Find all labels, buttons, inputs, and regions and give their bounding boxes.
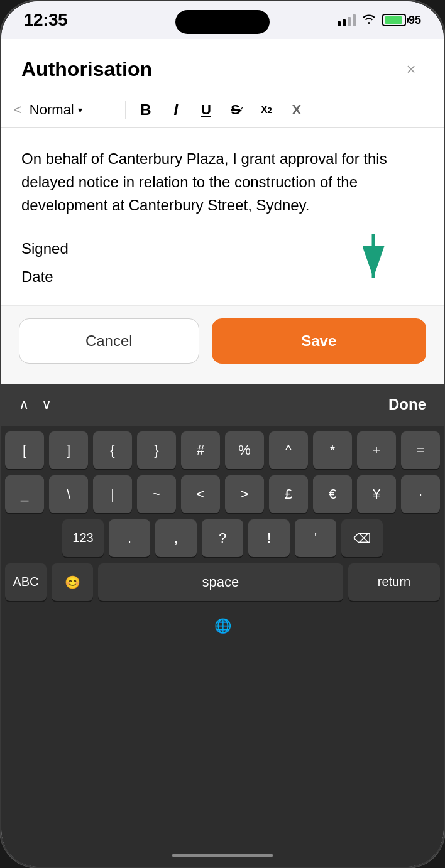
style-selector[interactable]: Normal ▾ xyxy=(30,102,118,118)
bold-button[interactable]: B xyxy=(133,99,158,121)
keyboard-bottom-row: 🌐 xyxy=(5,607,440,645)
signed-field[interactable] xyxy=(71,240,247,258)
save-button[interactable]: Save xyxy=(212,318,426,364)
wifi-icon xyxy=(362,13,376,28)
back-icon[interactable]: < xyxy=(14,102,22,118)
return-key[interactable]: return xyxy=(348,563,440,601)
key-apostrophe[interactable]: ' xyxy=(295,519,336,557)
key-period[interactable]: . xyxy=(109,519,150,557)
space-key[interactable]: space xyxy=(98,563,343,601)
key-percent[interactable]: % xyxy=(225,431,264,469)
key-plus[interactable]: + xyxy=(357,431,396,469)
key-hash[interactable]: # xyxy=(181,431,220,469)
strikethrough-button[interactable]: S ⁄ xyxy=(224,99,249,121)
status-time: 12:35 xyxy=(24,10,67,30)
home-indicator xyxy=(1,844,444,867)
modal-content: On behalf of Canterbury Plaza, I grant a… xyxy=(1,128,444,305)
signal-icon xyxy=(338,14,356,26)
divider xyxy=(125,101,126,119)
nav-up-button[interactable]: ∧ xyxy=(19,396,29,413)
numbers-key[interactable]: 123 xyxy=(62,519,104,557)
phone-screen: 12:35 95 xyxy=(1,1,444,867)
keyboard-toolbar: ∧ ∨ Done xyxy=(1,384,444,426)
key-comma[interactable]: , xyxy=(155,519,197,557)
underline-button[interactable]: U xyxy=(194,99,219,121)
status-icons: 95 xyxy=(338,13,421,28)
emoji-key[interactable]: 😊 xyxy=(52,563,93,601)
key-tilde[interactable]: ~ xyxy=(137,475,176,513)
close-button[interactable]: × xyxy=(398,57,424,82)
key-underscore[interactable]: _ xyxy=(5,475,44,513)
key-bracket-close[interactable]: ] xyxy=(49,431,88,469)
italic-button[interactable]: I xyxy=(163,99,189,121)
phone-frame: 12:35 95 xyxy=(0,0,445,868)
delete-key[interactable]: ⌫ xyxy=(341,519,383,557)
key-brace-close[interactable]: } xyxy=(137,431,176,469)
key-equals[interactable]: = xyxy=(401,431,440,469)
key-yen[interactable]: ¥ xyxy=(357,475,396,513)
abc-key[interactable]: ABC xyxy=(5,563,47,601)
modal-title: Authorisation xyxy=(21,58,152,81)
body-text: On behalf of Canterbury Plaza, I grant a… xyxy=(21,147,424,217)
modal-header: Authorisation × xyxy=(1,39,444,92)
nav-down-button[interactable]: ∨ xyxy=(41,396,52,413)
signed-label: Signed xyxy=(21,240,69,257)
key-bracket-open[interactable]: [ xyxy=(5,431,44,469)
keyboard-area: ∧ ∨ Done [ ] { } # % ^ * + = xyxy=(1,384,444,867)
modal-area: Authorisation × < Normal ▾ B I U S ⁄ X2 xyxy=(1,39,444,384)
key-caret[interactable]: ^ xyxy=(269,431,308,469)
style-label: Normal xyxy=(30,102,74,118)
arrow-indicator xyxy=(348,231,398,293)
keyboard-row-4: ABC 😊 space return xyxy=(5,563,440,601)
done-button[interactable]: Done xyxy=(388,396,426,413)
dynamic-island xyxy=(175,10,270,34)
superscript-button[interactable]: X2 xyxy=(254,99,279,121)
key-bullet[interactable]: · xyxy=(401,475,440,513)
battery-icon: 95 xyxy=(382,14,421,27)
keyboard-row-3: 123 . , ? ! ' ⌫ xyxy=(5,519,440,557)
keyboard-rows: [ ] { } # % ^ * + = _ \ | ~ < xyxy=(1,426,444,844)
battery-level: 95 xyxy=(409,14,421,27)
key-euro[interactable]: € xyxy=(313,475,352,513)
modal-buttons: Cancel Save xyxy=(1,305,444,384)
key-pound[interactable]: £ xyxy=(269,475,308,513)
home-indicator-bar xyxy=(172,854,273,857)
chevron-down-icon: ▾ xyxy=(78,105,82,115)
date-label: Date xyxy=(21,268,53,285)
key-less[interactable]: < xyxy=(181,475,220,513)
keyboard-row-1: [ ] { } # % ^ * + = xyxy=(5,431,440,469)
format-toolbar: < Normal ▾ B I U S ⁄ X2 X xyxy=(1,92,444,128)
key-pipe[interactable]: | xyxy=(93,475,132,513)
key-backslash[interactable]: \ xyxy=(49,475,88,513)
keyboard-row-2: _ \ | ~ < > £ € ¥ · xyxy=(5,475,440,513)
key-greater[interactable]: > xyxy=(225,475,264,513)
keyboard-nav: ∧ ∨ xyxy=(19,396,52,413)
key-question[interactable]: ? xyxy=(202,519,243,557)
globe-key[interactable]: 🌐 xyxy=(202,607,243,645)
key-asterisk[interactable]: * xyxy=(313,431,352,469)
date-field[interactable] xyxy=(56,268,232,286)
cancel-button[interactable]: Cancel xyxy=(19,318,199,364)
key-exclaim[interactable]: ! xyxy=(248,519,290,557)
clear-format-button[interactable]: X xyxy=(284,99,309,121)
key-brace-open[interactable]: { xyxy=(93,431,132,469)
